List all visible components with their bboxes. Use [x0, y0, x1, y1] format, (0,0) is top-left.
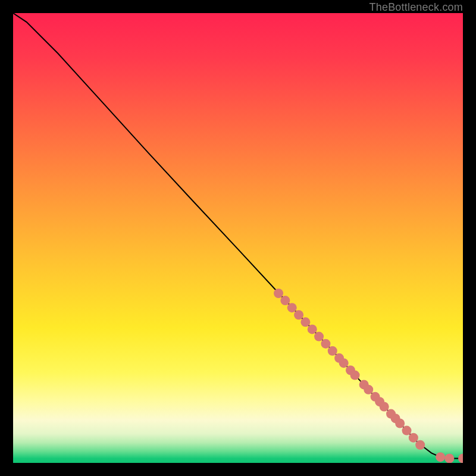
attribution-text: TheBottleneck.com	[369, 1, 463, 13]
chart-canvas	[13, 13, 463, 463]
attribution-label: TheBottleneck.com	[369, 1, 463, 14]
chart-plot-area	[13, 13, 463, 463]
chart-stage: TheBottleneck.com	[0, 0, 476, 476]
